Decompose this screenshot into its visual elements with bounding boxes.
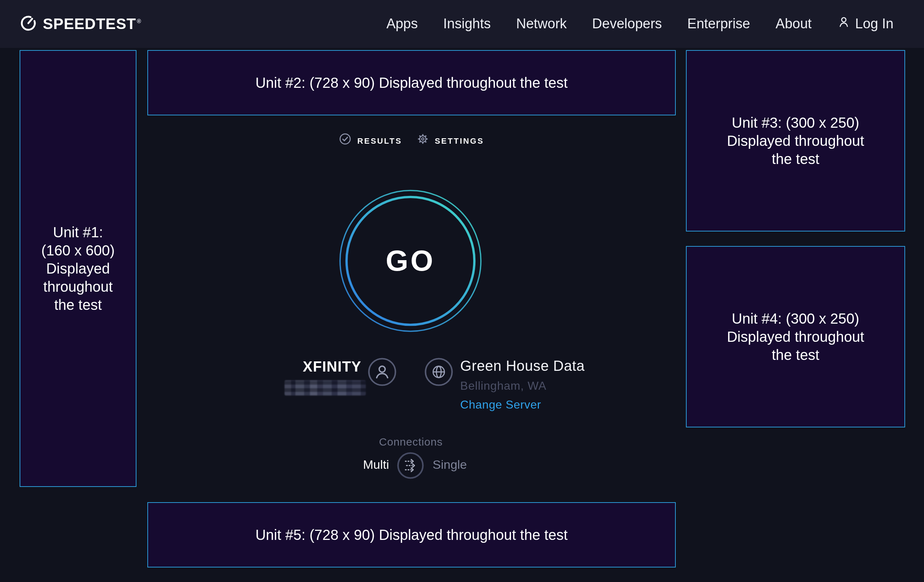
gear-icon [417,133,429,148]
ad-unit-4-text: Unit #4: (300 x 250) Displayed throughou… [716,310,874,364]
tabs-row: RESULTS SETTINGS [147,133,676,148]
connections-multi[interactable]: Multi [317,458,389,472]
ad-unit-5[interactable]: Unit #5: (728 x 90) Displayed throughout… [147,502,676,567]
ad-unit-3-text: Unit #3: (300 x 250) Displayed throughou… [716,114,874,168]
isp-name: XFINITY [260,358,361,375]
logo-wordmark: SPEEDTEST® [43,15,142,33]
trademark-mark: ® [137,18,142,25]
nav-item-insights[interactable]: Insights [443,16,491,32]
server-globe-icon [425,358,453,389]
login-label: Log In [855,16,894,32]
tab-settings-label: SETTINGS [435,136,484,145]
connections-single[interactable]: Single [432,458,505,472]
ad-unit-3[interactable]: Unit #3: (300 x 250) Displayed throughou… [686,50,905,231]
go-button[interactable]: GO [338,189,483,333]
ad-unit-2[interactable]: Unit #2: (728 x 90) Displayed throughout… [147,50,676,115]
check-circle-icon [339,133,351,148]
isp-user-icon [368,358,396,389]
tab-results[interactable]: RESULTS [339,133,402,148]
ad-unit-4[interactable]: Unit #4: (300 x 250) Displayed throughou… [686,246,905,427]
connections-toggle[interactable] [397,452,424,479]
nav-item-about[interactable]: About [776,16,812,32]
speedtest-page: SPEEDTEST® Apps Insights Network Develop… [0,0,924,582]
ad-unit-2-text: Unit #2: (728 x 90) Displayed throughout… [256,74,568,92]
top-nav-bar: SPEEDTEST® Apps Insights Network Develop… [0,0,924,48]
speedtest-logo[interactable]: SPEEDTEST® [20,14,142,34]
tab-results-label: RESULTS [357,136,402,145]
ad-unit-1[interactable]: Unit #1: (160 x 600) Displayed throughou… [20,50,137,487]
user-icon [837,15,851,33]
nav-item-apps[interactable]: Apps [386,16,418,32]
isp-ip-redacted [285,380,366,396]
ad-unit-1-text: Unit #1: (160 x 600) Displayed throughou… [38,223,118,314]
change-server-link[interactable]: Change Server [460,398,541,411]
nav-item-enterprise[interactable]: Enterprise [687,16,750,32]
login-button[interactable]: Log In [837,15,894,33]
tab-settings[interactable]: SETTINGS [417,133,484,148]
speedometer-icon [20,14,37,34]
multi-connection-arrows-icon [397,452,424,479]
ad-unit-5-text: Unit #5: (728 x 90) Displayed throughout… [256,526,568,544]
server-location: Bellingham, WA [460,379,546,392]
main-nav: Apps Insights Network Developers Enterpr… [386,15,894,33]
connections-label: Connections [339,435,483,448]
go-label: GO [338,189,483,333]
nav-item-network[interactable]: Network [516,16,566,32]
nav-item-developers[interactable]: Developers [592,16,662,32]
server-name[interactable]: Green House Data [460,358,585,374]
